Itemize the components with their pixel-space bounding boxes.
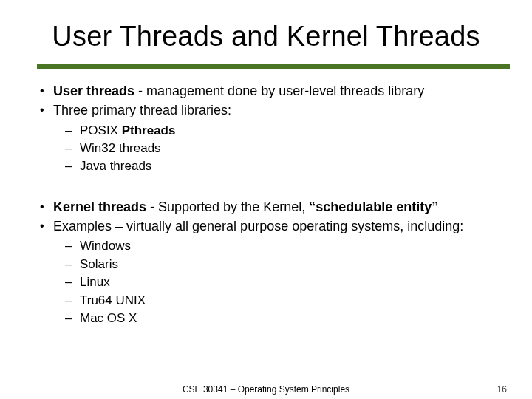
slide: User Threads and Kernel Threads User thr… [0, 0, 532, 399]
kernel-threads-mid: - Supported by the Kernel, [146, 200, 309, 214]
thread-libraries-list: POSIX Pthreads Win32 threads Java thread… [37, 123, 495, 175]
slide-title: User Threads and Kernel Threads [37, 21, 495, 52]
os-solaris: Solaris [37, 256, 495, 273]
lib-pthreads-name: Pthreads [122, 123, 176, 137]
lib-pthreads-pre: POSIX [80, 123, 122, 137]
bullet-user-threads: User threads - management done by user-l… [37, 83, 495, 100]
os-linux: Linux [37, 274, 495, 290]
os-windows: Windows [37, 238, 495, 254]
bullet-os-examples: Examples – virtually all general purpose… [37, 218, 495, 236]
footer-page-number: 16 [497, 384, 507, 395]
spacer [37, 185, 495, 199]
lib-pthreads: POSIX Pthreads [37, 123, 495, 139]
lib-win32: Win32 threads [37, 140, 495, 157]
os-list: Windows Solaris Linux Tru64 UNIX Mac OS … [37, 238, 495, 327]
bullet-kernel-threads: Kernel threads - Supported by the Kernel… [37, 199, 495, 216]
bullet-thread-libraries: Three primary thread libraries: [37, 102, 495, 120]
kernel-threads-term: Kernel threads [53, 200, 146, 214]
user-threads-text: - management done by user-level threads … [134, 83, 424, 98]
schedulable-entity: “schedulable entity” [309, 200, 438, 214]
os-macosx: Mac OS X [37, 310, 495, 327]
footer-course: CSE 30341 – Operating System Principles [0, 384, 532, 395]
slide-body: User threads - management done by user-l… [37, 83, 495, 327]
lib-java: Java threads [37, 158, 495, 174]
user-threads-term: User threads [53, 83, 134, 98]
title-underline [37, 64, 510, 69]
bullet-list: User threads - management done by user-l… [37, 83, 495, 327]
os-tru64: Tru64 UNIX [37, 293, 495, 309]
